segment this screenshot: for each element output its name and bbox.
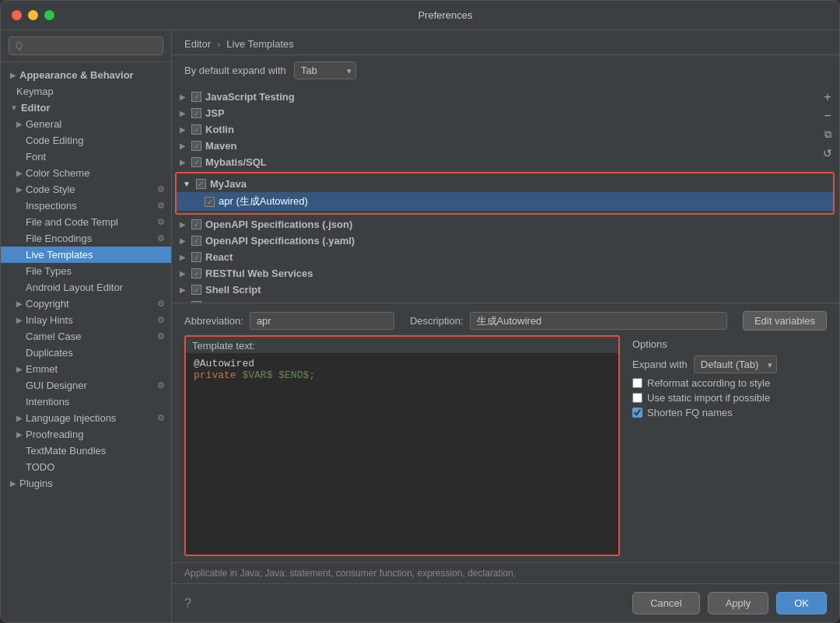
arrow-icon: ▶ xyxy=(16,316,23,324)
list-item[interactable]: ▶ Kotlin xyxy=(172,121,839,138)
sidebar-item-file-types[interactable]: File Types xyxy=(1,263,171,279)
template-checkbox[interactable] xyxy=(191,219,201,229)
sidebar-item-duplicates[interactable]: Duplicates xyxy=(1,345,171,361)
copy-button[interactable]: ⧉ xyxy=(819,126,836,143)
sidebar-item-copyright[interactable]: ▶ Copyright ⚙ xyxy=(1,296,171,312)
expand-with-row: Expand with Default (Tab) Tab Space Ente… xyxy=(632,353,827,376)
list-item[interactable]: ▶ OpenAPI Specifications (.yaml) xyxy=(172,233,839,249)
shorten-fq-checkbox[interactable] xyxy=(632,408,642,418)
remove-button[interactable]: − xyxy=(819,107,836,124)
sidebar-item-appearance[interactable]: ▶ Appearance & Behavior xyxy=(1,67,171,83)
template-checkbox[interactable] xyxy=(191,236,201,246)
search-input[interactable] xyxy=(9,37,163,55)
arrow-icon: ▶ xyxy=(16,169,23,177)
ok-button[interactable]: OK xyxy=(776,592,827,614)
sidebar-item-plugins[interactable]: ▶ Plugins xyxy=(1,475,171,492)
template-checkbox[interactable] xyxy=(191,141,201,151)
static-import-checkbox[interactable] xyxy=(632,393,642,403)
template-group-label: Mybatis/SQL xyxy=(205,156,267,168)
edit-variables-button[interactable]: Edit variables xyxy=(743,311,827,331)
sidebar-item-code-style[interactable]: ▶ Code Style ⚙ xyxy=(1,181,171,198)
template-checkbox[interactable] xyxy=(191,268,201,278)
sidebar-item-proofreading[interactable]: ▶ Proofreading xyxy=(1,426,171,443)
sidebar-item-todo[interactable]: TODO xyxy=(1,459,171,475)
sidebar-item-camel-case[interactable]: Camel Case ⚙ xyxy=(1,328,171,345)
sidebar-item-label: TextMate Bundles xyxy=(26,445,106,457)
sidebar-item-label: Android Layout Editor xyxy=(26,282,123,293)
template-checkbox[interactable] xyxy=(191,252,201,262)
sidebar-item-font[interactable]: Font xyxy=(1,149,171,165)
maximize-button[interactable] xyxy=(44,10,54,20)
sidebar-item-android-layout-editor[interactable]: Android Layout Editor xyxy=(1,279,171,296)
sidebar-item-label: Inlay Hints xyxy=(26,314,73,326)
list-item[interactable]: ▶ Maven xyxy=(172,138,839,154)
list-item[interactable]: ▶ React xyxy=(172,249,839,265)
sidebar-item-live-templates[interactable]: Live Templates xyxy=(1,247,171,263)
collapsed-arrow-icon: ▶ xyxy=(180,142,186,150)
sidebar-item-textmate-bundles[interactable]: TextMate Bundles xyxy=(1,443,171,459)
sidebar-item-label: File Types xyxy=(26,265,72,277)
sidebar-item-emmet[interactable]: ▶ Emmet xyxy=(1,361,171,377)
sidebar-item-intentions[interactable]: Intentions xyxy=(1,394,171,410)
collapsed-arrow-icon: ▶ xyxy=(180,109,186,117)
template-checkbox[interactable] xyxy=(205,197,215,207)
help-icon[interactable]: ? xyxy=(184,597,191,611)
static-import-row: Use static import if possible xyxy=(632,390,827,405)
list-item[interactable]: ▶ RESTful Web Services xyxy=(172,265,839,282)
shorten-fq-label: Shorten FQ names xyxy=(647,407,733,418)
template-checkbox[interactable] xyxy=(191,108,201,118)
list-item[interactable]: ▶ OpenAPI Specifications (.json) xyxy=(172,216,839,233)
sidebar-item-keymap[interactable]: Keymap xyxy=(1,83,171,100)
template-checkbox[interactable] xyxy=(191,92,201,102)
collapsed-arrow-icon: ▶ xyxy=(180,269,186,278)
list-side-toolbar: + − ⧉ ↺ xyxy=(816,86,839,165)
list-item[interactable]: ▶ SQL xyxy=(172,298,839,303)
list-item[interactable]: ▶ JavaScript Testing xyxy=(172,89,839,105)
sidebar-item-color-scheme[interactable]: ▶ Color Scheme xyxy=(1,165,171,181)
list-item[interactable]: ▶ Shell Script xyxy=(172,282,839,298)
close-button[interactable] xyxy=(12,10,22,20)
minimize-button[interactable] xyxy=(28,10,38,20)
sidebar-item-inspections[interactable]: Inspections ⚙ xyxy=(1,198,171,214)
template-checkbox[interactable] xyxy=(196,179,206,189)
description-input[interactable] xyxy=(470,312,727,330)
template-checkbox[interactable] xyxy=(191,124,201,135)
add-button[interactable]: + xyxy=(819,89,836,106)
sidebar-item-editor[interactable]: ▼ Editor xyxy=(1,100,171,116)
sidebar-item-general[interactable]: ▶ General xyxy=(1,116,171,132)
template-checkbox[interactable] xyxy=(191,301,201,303)
apply-button[interactable]: Apply xyxy=(708,592,769,614)
sidebar-item-gui-designer[interactable]: GUI Designer ⚙ xyxy=(1,377,171,394)
cancel-button[interactable]: Cancel xyxy=(632,592,699,614)
sidebar-item-label: GUI Designer xyxy=(26,380,87,391)
expand-with-select[interactable]: Tab Space Enter xyxy=(294,61,356,79)
template-group-label: Maven xyxy=(205,140,236,152)
list-item-apr[interactable]: apr (生成Autowired) xyxy=(177,192,833,211)
sidebar-item-inlay-hints[interactable]: ▶ Inlay Hints ⚙ xyxy=(1,312,171,328)
expanded-arrow-icon: ▼ xyxy=(183,180,191,188)
sidebar-item-language-injections[interactable]: ▶ Language Injections ⚙ xyxy=(1,410,171,426)
sidebar-item-code-editing[interactable]: Code Editing xyxy=(1,132,171,149)
sidebar-item-label: Code Editing xyxy=(26,135,83,146)
reformat-checkbox[interactable] xyxy=(632,378,642,388)
sidebar-item-file-code-templates[interactable]: File and Code Templ ⚙ xyxy=(1,214,171,230)
sidebar-item-label: File and Code Templ xyxy=(26,216,118,228)
code-keyword-private: private xyxy=(194,369,242,381)
template-text-label: Template text: xyxy=(186,337,618,353)
template-checkbox[interactable] xyxy=(191,285,201,295)
gear-icon: ⚙ xyxy=(157,217,165,227)
arrow-icon: ▶ xyxy=(16,185,23,194)
template-checkbox[interactable] xyxy=(191,157,201,167)
template-text-code[interactable]: @Autowired private $VAR$ $END$; xyxy=(186,353,618,555)
list-item-myjava[interactable]: ▼ MyJava xyxy=(177,176,833,192)
list-item[interactable]: ▶ JSP xyxy=(172,105,839,121)
reformat-label: Reformat according to style xyxy=(647,377,770,389)
expand-with-select[interactable]: Default (Tab) Tab Space Enter xyxy=(694,355,777,373)
myjava-group: ▼ MyJava apr (生成Autowired) xyxy=(175,172,835,215)
options-panel: Options Expand with Default (Tab) Tab Sp… xyxy=(632,335,827,562)
sidebar-item-file-encodings[interactable]: File Encodings ⚙ xyxy=(1,230,171,247)
abbreviation-input[interactable] xyxy=(250,312,394,330)
list-item[interactable]: ▶ Mybatis/SQL xyxy=(172,154,839,170)
restore-button[interactable]: ↺ xyxy=(819,145,836,162)
sidebar-tree: ▶ Appearance & Behavior Keymap ▼ Editor … xyxy=(1,62,171,622)
